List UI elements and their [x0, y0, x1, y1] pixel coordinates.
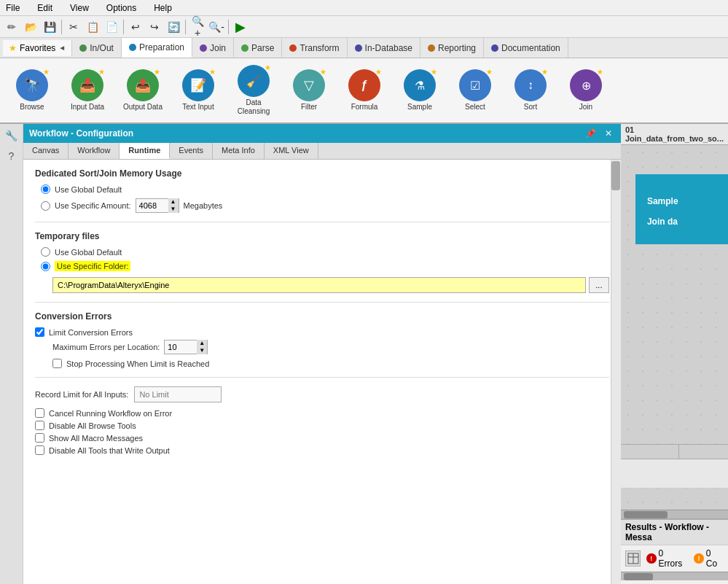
toolbar-run[interactable]: ▶ — [232, 18, 249, 36]
stop-processing-checkbox[interactable] — [52, 359, 62, 368]
tab-xml-view[interactable]: XML View — [265, 143, 318, 159]
toolbar-save[interactable]: 💾 — [41, 18, 58, 36]
results-hscrollbar[interactable] — [621, 572, 728, 580]
results-title: Results - Workflow - Messa — [625, 522, 709, 542]
canvas-area[interactable]: Sample Join da — [621, 145, 728, 510]
memory-global-default-radio[interactable] — [41, 184, 50, 194]
text-input-star: ★ — [209, 68, 216, 76]
cat-tab-inout[interactable]: In/Out — [72, 38, 122, 58]
tab-workflow[interactable]: Workflow — [69, 143, 120, 159]
cancel-workflow-checkbox[interactable] — [35, 408, 44, 418]
limit-conversion-checkbox[interactable] — [35, 327, 44, 337]
toolbar-open[interactable]: 📂 — [22, 18, 39, 36]
config-scrollbar[interactable] — [611, 160, 621, 584]
tool-text-input[interactable]: 📝 ★ Text Input — [172, 61, 224, 120]
max-errors-up[interactable]: ▲ — [197, 340, 207, 347]
cat-label-transform: Transform — [300, 43, 339, 53]
tool-join[interactable]: ⊕ ★ Join — [560, 61, 612, 120]
cat-label-documentation: Documentation — [501, 43, 560, 53]
tab-canvas[interactable]: Canvas — [23, 143, 69, 159]
show-macro-checkbox[interactable] — [35, 433, 44, 443]
toolbar-undo[interactable]: ↩ — [127, 18, 144, 36]
canvas-hscrollbar[interactable] — [621, 510, 728, 518]
cat-tab-reporting[interactable]: Reporting — [420, 38, 484, 58]
toolbar-zoom-in[interactable]: 🔍+ — [189, 18, 206, 36]
toolbar-zoom-out[interactable]: 🔍- — [208, 18, 225, 36]
output-star: ★ — [154, 68, 160, 76]
menu-edit[interactable]: Edit — [34, 1, 55, 15]
cat-label-inout: In/Out — [90, 43, 114, 53]
cancel-workflow-row: Cancel Running Workflow on Error — [35, 408, 609, 418]
temp-folder-input[interactable] — [52, 277, 586, 293]
memory-amount-down[interactable]: ▼ — [168, 206, 179, 213]
config-pin-btn[interactable]: 📌 — [582, 128, 599, 139]
toolbar-cut[interactable]: ✂ — [65, 18, 82, 36]
tab-meta-info[interactable]: Meta Info — [213, 143, 265, 159]
table-icon — [627, 553, 639, 564]
show-macro-label: Show All Macro Messages — [49, 434, 143, 443]
filter-star: ★ — [320, 68, 326, 76]
cat-label-join: Join — [210, 43, 226, 53]
tool-input-data[interactable]: 📥 ★ Input Data — [61, 61, 114, 120]
left-sidebar: 🔧 ? — [0, 124, 23, 584]
tab-events[interactable]: Events — [170, 143, 213, 159]
max-errors-label: Maximum Errors per Location: — [52, 343, 160, 351]
disable-write-checkbox[interactable] — [35, 445, 44, 455]
cat-tab-preparation[interactable]: Preparation — [122, 38, 192, 58]
sidebar-help-icon[interactable]: ? — [3, 147, 20, 165]
tool-output-data[interactable]: 📤 ★ Output Data — [117, 61, 169, 120]
toolbar: ✏ 📂 💾 ✂ 📋 📄 ↩ ↪ 🔄 🔍+ 🔍- ▶ — [0, 16, 728, 38]
menu-options[interactable]: Options — [103, 1, 139, 15]
memory-amount-up[interactable]: ▲ — [168, 198, 179, 206]
record-limit-input[interactable] — [134, 386, 222, 402]
limit-conversion-row: Limit Conversion Errors — [35, 327, 609, 337]
tool-sort[interactable]: ↕ ★ Sort — [504, 61, 557, 120]
temp-global-default-radio[interactable] — [41, 247, 50, 257]
toolbar-paste[interactable]: 📄 — [103, 18, 120, 36]
toolbar-refresh[interactable]: 🔄 — [165, 18, 182, 36]
memory-specific-amount-radio[interactable] — [41, 201, 50, 211]
menu-file[interactable]: File — [3, 1, 23, 15]
results-table-icon[interactable] — [625, 550, 641, 567]
toolbar-redo[interactable]: ↪ — [146, 18, 163, 36]
tool-ribbon: 🔭 ★ Browse 📥 ★ Input Data 📤 ★ Output Dat… — [0, 58, 728, 124]
memory-amount-spinbox[interactable]: ▲ ▼ — [136, 198, 179, 213]
category-bar: ★ Favorites ◄ In/Out Preparation Join Pa… — [0, 38, 728, 58]
menu-view[interactable]: View — [67, 1, 92, 15]
cat-tab-parse[interactable]: Parse — [234, 38, 282, 58]
cat-tab-join[interactable]: Join — [192, 38, 234, 58]
record-limit-label: Record Limit for All Inputs: — [35, 390, 128, 399]
toolbar-sep4 — [228, 20, 229, 34]
cleansing-star: ★ — [265, 63, 271, 71]
cat-label-preparation: Preparation — [139, 42, 184, 52]
menu-help[interactable]: Help — [151, 1, 175, 15]
max-errors-spinbox[interactable]: ▲ ▼ — [164, 340, 208, 354]
temp-specific-folder-radio[interactable] — [41, 262, 50, 271]
canvas-table-header — [621, 445, 728, 459]
tool-sample[interactable]: ⚗ ★ Sample — [394, 61, 446, 120]
temp-folder-browse-btn[interactable]: ... — [589, 277, 609, 293]
tool-formula[interactable]: ƒ ★ Formula — [338, 61, 391, 120]
memory-amount-input[interactable] — [136, 200, 168, 211]
cat-dot-parse — [241, 44, 248, 52]
sidebar-tools-icon[interactable]: 🔧 — [3, 127, 20, 144]
tab-runtime[interactable]: Runtime — [120, 143, 170, 159]
max-errors-down[interactable]: ▼ — [197, 347, 207, 354]
max-errors-input[interactable] — [165, 341, 197, 353]
cat-tab-documentation[interactable]: Documentation — [484, 38, 568, 58]
cat-tab-indatabase[interactable]: In-Database — [348, 38, 420, 58]
favorites-tab[interactable]: ★ Favorites ◄ — [3, 40, 72, 56]
cat-tab-transform[interactable]: Transform — [282, 38, 347, 58]
toolbar-copy[interactable]: 📋 — [84, 18, 101, 36]
tool-filter[interactable]: ▽ ★ Filter — [283, 61, 335, 120]
sample-icon: ⚗ ★ — [404, 69, 436, 101]
disable-browse-checkbox[interactable] — [35, 421, 44, 430]
filter-icon: ▽ ★ — [293, 69, 325, 101]
config-close-btn[interactable]: ✕ — [602, 128, 615, 139]
tool-browse[interactable]: 🔭 ★ Browse — [6, 61, 58, 120]
memory-section-title: Dedicated Sort/Join Memory Usage — [35, 168, 609, 179]
formula-icon: ƒ ★ — [348, 69, 380, 101]
toolbar-new[interactable]: ✏ — [3, 18, 20, 36]
tool-select[interactable]: ☑ ★ Select — [449, 61, 501, 120]
tool-data-cleansing[interactable]: 🧹 ★ Data Cleansing — [227, 61, 280, 120]
